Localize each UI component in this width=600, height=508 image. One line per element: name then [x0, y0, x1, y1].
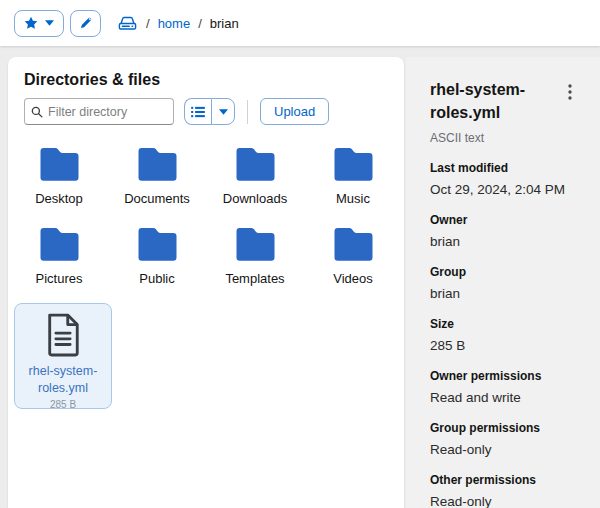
file-details-sidebar: rhel-system-roles.yml ASCII text Last mo…: [406, 57, 600, 508]
folder-label: Downloads: [223, 191, 287, 206]
filter-directory-input[interactable]: [48, 105, 166, 119]
detail-field-last-modified: Last modified Oct 29, 2024, 2:04 PM: [430, 161, 578, 197]
detail-label: Size: [430, 317, 578, 331]
folder-icon: [134, 223, 181, 265]
hard-drive-icon[interactable]: [117, 15, 138, 32]
list-view-button[interactable]: [184, 98, 211, 125]
files-panel-title: Directories & files: [24, 71, 388, 89]
folder-label: Templates: [225, 271, 284, 286]
caret-down-icon: [45, 20, 54, 26]
folder-icon: [36, 223, 83, 265]
folder-label: Music: [336, 191, 370, 206]
detail-label: Owner permissions: [430, 369, 578, 383]
detail-value: brian: [430, 234, 578, 249]
file-item-selected[interactable]: rhel-system-roles.yml 285 B: [14, 303, 112, 409]
detail-field-group-permissions: Group permissions Read-only: [430, 421, 578, 457]
folder-item-documents[interactable]: Documents: [108, 137, 206, 217]
search-icon: [31, 106, 43, 118]
pencil-icon: [79, 16, 93, 30]
files-panel: Directories & files: [8, 57, 404, 508]
detail-field-owner: Owner brian: [430, 213, 578, 249]
folder-icon: [330, 223, 377, 265]
breadcrumb: / home / brian: [117, 15, 239, 32]
detail-label: Group permissions: [430, 421, 578, 435]
detail-value: 285 B: [430, 338, 578, 353]
caret-down-icon: [219, 109, 228, 115]
folder-label: Videos: [333, 271, 373, 286]
folder-icon: [232, 143, 279, 185]
folder-item-public[interactable]: Public: [108, 217, 206, 297]
detail-field-group: Group brian: [430, 265, 578, 301]
detail-value: Oct 29, 2024, 2:04 PM: [430, 182, 578, 197]
details-title: rhel-system-roles.yml: [430, 78, 556, 124]
folder-item-templates[interactable]: Templates: [206, 217, 304, 297]
folder-icon: [232, 223, 279, 265]
detail-label: Last modified: [430, 161, 578, 175]
detail-value: Read and write: [430, 390, 578, 405]
details-file-type: ASCII text: [430, 131, 578, 145]
view-mode-caret-button[interactable]: [211, 98, 235, 125]
file-name: rhel-system-roles.yml: [17, 363, 109, 397]
breadcrumb-separator: /: [198, 16, 202, 31]
folder-item-music[interactable]: Music: [304, 137, 402, 217]
upload-button[interactable]: Upload: [260, 98, 329, 125]
folder-item-downloads[interactable]: Downloads: [206, 137, 304, 217]
list-view-icon: [191, 106, 205, 118]
directory-grid: Desktop Documents Downloads Music Pictur…: [10, 137, 402, 377]
breadcrumb-current: brian: [210, 16, 239, 31]
detail-value: Read-only: [430, 494, 578, 508]
file-size: 285 B: [50, 399, 76, 410]
folder-item-pictures[interactable]: Pictures: [10, 217, 108, 297]
folder-label: Documents: [124, 191, 190, 206]
view-mode-split-button: [184, 98, 235, 125]
detail-label: Owner: [430, 213, 578, 227]
folder-icon: [330, 143, 377, 185]
toolbar-divider: [247, 100, 248, 124]
bookmark-button[interactable]: [14, 10, 64, 37]
folder-item-desktop[interactable]: Desktop: [10, 137, 108, 217]
folder-icon: [134, 143, 181, 185]
folder-icon: [36, 143, 83, 185]
detail-label: Group: [430, 265, 578, 279]
files-toolbar: Upload: [8, 98, 404, 125]
details-menu-button[interactable]: [562, 80, 578, 104]
breadcrumb-toolbar: / home / brian: [0, 0, 600, 46]
kebab-menu-icon: [568, 84, 572, 100]
folder-item-videos[interactable]: Videos: [304, 217, 402, 297]
folder-label: Desktop: [35, 191, 83, 206]
detail-field-owner-permissions: Owner permissions Read and write: [430, 369, 578, 405]
star-icon: [24, 16, 38, 30]
breadcrumb-home-link[interactable]: home: [158, 16, 191, 31]
filter-directory-search: [24, 98, 174, 125]
detail-label: Other permissions: [430, 473, 578, 487]
detail-field-size: Size 285 B: [430, 317, 578, 353]
text-file-icon: [44, 312, 82, 358]
detail-field-other-permissions: Other permissions Read-only: [430, 473, 578, 508]
folder-label: Public: [139, 271, 174, 286]
detail-value: brian: [430, 286, 578, 301]
folder-label: Pictures: [36, 271, 83, 286]
detail-value: Read-only: [430, 442, 578, 457]
edit-path-button[interactable]: [70, 10, 101, 37]
breadcrumb-separator: /: [146, 16, 150, 31]
